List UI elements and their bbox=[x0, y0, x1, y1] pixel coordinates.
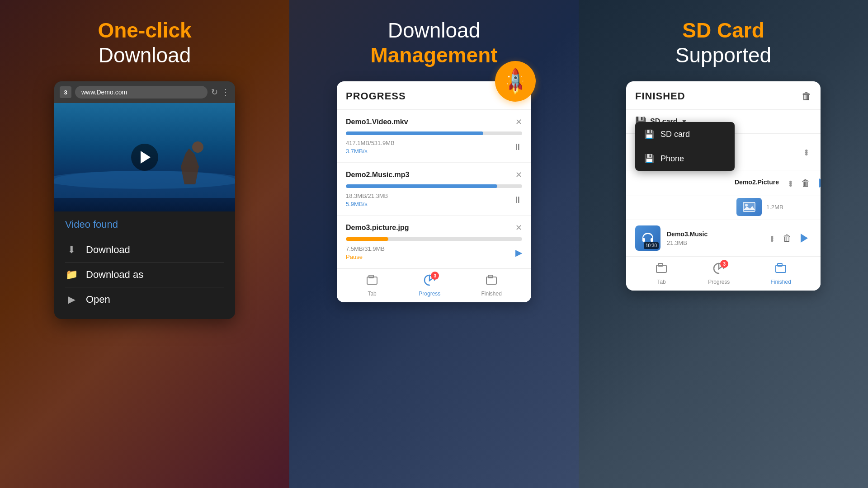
file2-delete-button[interactable]: 🗑 bbox=[801, 178, 810, 188]
finished-card-container: FINISHED 🗑 💾 SD card ▼ 💾 SD card 💾 Phone bbox=[626, 81, 821, 291]
dropdown-phone[interactable]: 💾 Phone bbox=[635, 146, 735, 171]
file3-info: Demo3.Music 21.3MB bbox=[667, 230, 760, 246]
file2-actions: ••• 🗑 bbox=[785, 176, 821, 190]
finished-title: FINISHED bbox=[635, 90, 685, 102]
file2-close-button[interactable]: ✕ bbox=[515, 170, 522, 180]
file2-finished-name: Demo2.Picture bbox=[735, 178, 779, 186]
file3-size: 7.5MB/31.9MB bbox=[346, 245, 385, 252]
progress-badge: 3 bbox=[431, 272, 439, 280]
svg-point-7 bbox=[745, 204, 748, 206]
file2-pause-button[interactable]: ⏸ bbox=[513, 195, 522, 205]
file2-more-icon[interactable]: ••• bbox=[785, 180, 796, 186]
tab-tab-label-p3: Tab bbox=[657, 279, 665, 285]
image-icon bbox=[743, 202, 755, 212]
file2-speed: 5.9MB/s bbox=[346, 201, 368, 207]
file3-name: Demo3.picture.jpg bbox=[346, 224, 409, 232]
rocket-emoji: 🚀 bbox=[500, 66, 531, 97]
tab-icon bbox=[366, 274, 378, 289]
finished-card-header: FINISHED 🗑 bbox=[626, 81, 821, 110]
panel3-header: SD Card Supported bbox=[666, 0, 780, 77]
tab-progress[interactable]: 3 Progress bbox=[419, 274, 440, 297]
file3-close-button[interactable]: ✕ bbox=[515, 223, 522, 233]
panel3-bottom-tabs: Tab 3 Progress bbox=[626, 257, 821, 291]
panel2-header: Download Management bbox=[361, 0, 506, 77]
progress-tab-label-p3: Progress bbox=[708, 279, 730, 285]
play-button[interactable] bbox=[131, 144, 158, 171]
rocket-icon: 🚀 bbox=[495, 61, 536, 102]
video-thumbnail bbox=[54, 103, 235, 211]
file1-stats: 417.1MB/531.9MB 3.7MB/s ⏸ bbox=[346, 139, 522, 155]
refresh-icon[interactable]: ↻ bbox=[211, 87, 218, 97]
finished-tab-icon-p3 bbox=[775, 263, 787, 277]
file3-progress-bg bbox=[346, 237, 522, 241]
finished-tab-label-p3: Finished bbox=[771, 279, 791, 285]
panel-oneclick: One-click Download 3 www.Demo.com ↻ ⋮ bbox=[0, 0, 289, 488]
download-icon: ⬇ bbox=[65, 244, 78, 256]
open-button[interactable]: ▶ Open bbox=[65, 287, 224, 312]
file2-size: 1.2MB bbox=[766, 204, 783, 211]
folder-icon: 📁 bbox=[65, 269, 78, 281]
file3-more-icon[interactable]: ••• bbox=[767, 235, 777, 241]
download-item-1-header: Demo1.Video.mkv ✕ bbox=[346, 117, 522, 127]
progress-card: PROGRESS ☰ Demo1.Video.mkv ✕ 417.1MB/531… bbox=[337, 81, 531, 302]
sdcard-option-icon: 💾 bbox=[644, 129, 654, 139]
panel-sdcard: SD Card Supported FINISHED 🗑 💾 SD card ▼… bbox=[579, 0, 868, 488]
file3-stats: 7.5MB/31.9MB Pause ▶ bbox=[346, 244, 522, 261]
file3-play-button[interactable] bbox=[797, 231, 811, 245]
file3-play-icon bbox=[801, 234, 808, 243]
finished-file-2: Demo2.Picture ••• 🗑 bbox=[626, 170, 821, 196]
progress-badge-p3: 3 bbox=[720, 260, 728, 268]
download-as-button[interactable]: 📁 Download as bbox=[65, 263, 224, 287]
panel3-title-orange: SD Card bbox=[682, 19, 764, 42]
file3-progress-fill bbox=[346, 237, 388, 241]
panel1-title-orange: One-click bbox=[98, 19, 191, 42]
finished-tab-label-p2: Finished bbox=[481, 291, 502, 297]
file2-play-icon bbox=[819, 178, 821, 188]
tab-finished-p2[interactable]: Finished bbox=[481, 274, 502, 297]
download-label: Download bbox=[86, 244, 130, 256]
tab-progress-p3[interactable]: 3 Progress bbox=[708, 263, 730, 285]
play-triangle-icon bbox=[141, 151, 151, 164]
file3-play-button[interactable]: ▶ bbox=[515, 247, 522, 258]
download-item-3: Demo3.picture.jpg ✕ 7.5MB/31.9MB Pause ▶ bbox=[337, 216, 531, 268]
file3-size: 21.3MB bbox=[667, 239, 760, 246]
file3-pause-label: Pause bbox=[346, 253, 363, 260]
panel2-title-orange: Management bbox=[370, 43, 497, 67]
panel1-header: One-click Download bbox=[89, 0, 200, 77]
tab-tab[interactable]: Tab bbox=[366, 274, 378, 297]
duration-badge: 10:30 bbox=[644, 242, 659, 249]
download-item-2: Demo2.Music.mp3 ✕ 18.3MB/21.3MB 5.9MB/s … bbox=[337, 163, 531, 216]
file3-thumb: 10:30 bbox=[635, 225, 660, 251]
download-item-3-header: Demo3.picture.jpg ✕ bbox=[346, 223, 522, 233]
progress-tab-icon-p3: 3 bbox=[713, 263, 725, 277]
file1-more-icon[interactable]: ••• bbox=[801, 149, 811, 155]
browser-bar: 3 www.Demo.com ↻ ⋮ bbox=[54, 81, 235, 103]
finished-tab-icon-p2 bbox=[486, 274, 497, 289]
file3-delete-button[interactable]: 🗑 bbox=[783, 233, 792, 244]
dropdown-sdcard[interactable]: 💾 SD card bbox=[635, 122, 735, 146]
more-icon[interactable]: ⋮ bbox=[222, 87, 230, 97]
download-button[interactable]: ⬇ Download bbox=[65, 238, 224, 263]
url-bar[interactable]: www.Demo.com bbox=[75, 86, 208, 99]
tab-finished-p3[interactable]: Finished bbox=[771, 263, 791, 285]
menu-panel: Video found ⬇ Download 📁 Download as ▶ O… bbox=[54, 211, 235, 319]
progress-title: PROGRESS bbox=[346, 90, 406, 102]
open-label: Open bbox=[86, 294, 110, 305]
tab-icon-p3 bbox=[656, 263, 667, 277]
file1-pause-button[interactable]: ⏸ bbox=[513, 142, 522, 152]
phone-mockup: 3 www.Demo.com ↻ ⋮ Video found ⬇ Downloa… bbox=[54, 81, 235, 319]
file1-name: Demo1.Video.mkv bbox=[346, 118, 408, 126]
file2-play-button[interactable] bbox=[816, 176, 821, 190]
download-item-2-header: Demo2.Music.mp3 ✕ bbox=[346, 170, 522, 180]
trash-icon[interactable]: 🗑 bbox=[802, 90, 811, 102]
file1-close-button[interactable]: ✕ bbox=[515, 117, 522, 127]
tab-tab-p3[interactable]: Tab bbox=[656, 263, 667, 285]
file1-speed: 3.7MB/s bbox=[346, 148, 368, 155]
storage-dropdown: 💾 SD card 💾 Phone bbox=[635, 122, 735, 171]
sdcard-option-label: SD card bbox=[660, 130, 690, 139]
file2-stats: 18.3MB/21.3MB 5.9MB/s ⏸ bbox=[346, 192, 522, 208]
file2-info: Demo2.Picture bbox=[735, 178, 779, 188]
phone-option-label: Phone bbox=[660, 154, 684, 164]
file2-progress-bg bbox=[346, 184, 522, 188]
download-item-1: Demo1.Video.mkv ✕ 417.1MB/531.9MB 3.7MB/… bbox=[337, 110, 531, 163]
